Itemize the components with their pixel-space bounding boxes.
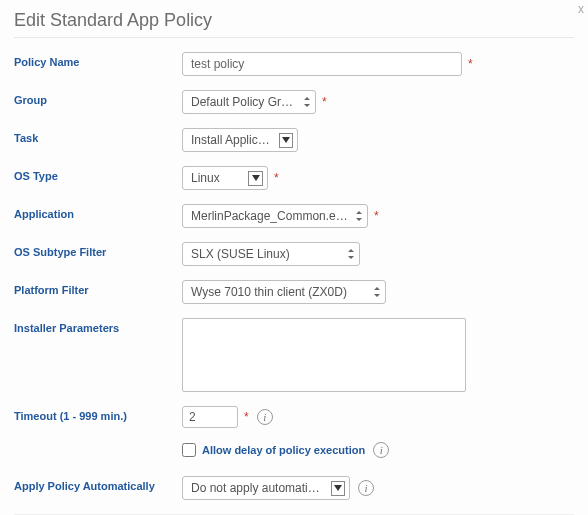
os-type-select[interactable]: Linux	[182, 166, 268, 190]
label-platform-filter: Platform Filter	[14, 280, 182, 296]
required-marker: *	[244, 410, 249, 424]
timeout-input[interactable]	[182, 406, 238, 428]
label-application: Application	[14, 204, 182, 220]
chevron-down-icon	[248, 171, 263, 186]
label-group: Group	[14, 90, 182, 106]
expand-icon	[373, 287, 381, 297]
task-select-value: Install Application	[191, 133, 273, 147]
expand-icon	[355, 211, 363, 221]
platform-filter-value: Wyse 7010 thin client (ZX0D)	[191, 285, 347, 299]
label-task: Task	[14, 128, 182, 144]
info-icon[interactable]: i	[358, 480, 374, 496]
required-marker: *	[274, 171, 279, 185]
group-select[interactable]: Default Policy Group	[182, 90, 316, 114]
dialog-title: Edit Standard App Policy	[14, 10, 574, 38]
required-marker: *	[468, 57, 473, 71]
info-icon[interactable]: i	[373, 442, 389, 458]
label-os-type: OS Type	[14, 166, 182, 182]
required-marker: *	[322, 95, 327, 109]
info-icon[interactable]: i	[257, 409, 273, 425]
application-select[interactable]: MerlinPackage_Common.exe (Loc	[182, 204, 368, 228]
label-os-subtype: OS Subtype Filter	[14, 242, 182, 258]
application-value: MerlinPackage_Common.exe (Loc	[191, 209, 349, 223]
os-subtype-value: SLX (SUSE Linux)	[191, 247, 290, 261]
chevron-down-icon	[331, 481, 345, 496]
label-policy-name: Policy Name	[14, 52, 182, 68]
group-select-value: Default Policy Group	[191, 95, 297, 109]
apply-auto-value: Do not apply automatically	[191, 481, 325, 495]
label-installer-params: Installer Parameters	[14, 318, 182, 334]
close-icon[interactable]: x	[578, 2, 584, 16]
allow-delay-label: Allow delay of policy execution	[202, 444, 365, 456]
allow-delay-checkbox[interactable]	[182, 443, 196, 457]
apply-auto-select[interactable]: Do not apply automatically	[182, 476, 350, 500]
platform-filter-select[interactable]: Wyse 7010 thin client (ZX0D)	[182, 280, 386, 304]
label-timeout: Timeout (1 - 999 min.)	[14, 406, 182, 422]
label-apply-auto: Apply Policy Automatically	[14, 476, 182, 492]
os-subtype-select[interactable]: SLX (SUSE Linux)	[182, 242, 360, 266]
expand-icon	[347, 249, 355, 259]
task-select[interactable]: Install Application	[182, 128, 298, 152]
policy-name-input[interactable]	[182, 52, 462, 76]
edit-policy-dialog: x Edit Standard App Policy Policy Name *…	[0, 0, 588, 515]
chevron-down-icon	[279, 133, 293, 148]
installer-params-textarea[interactable]	[182, 318, 466, 392]
expand-icon	[303, 97, 311, 107]
required-marker: *	[374, 209, 379, 223]
os-type-value: Linux	[191, 171, 220, 185]
